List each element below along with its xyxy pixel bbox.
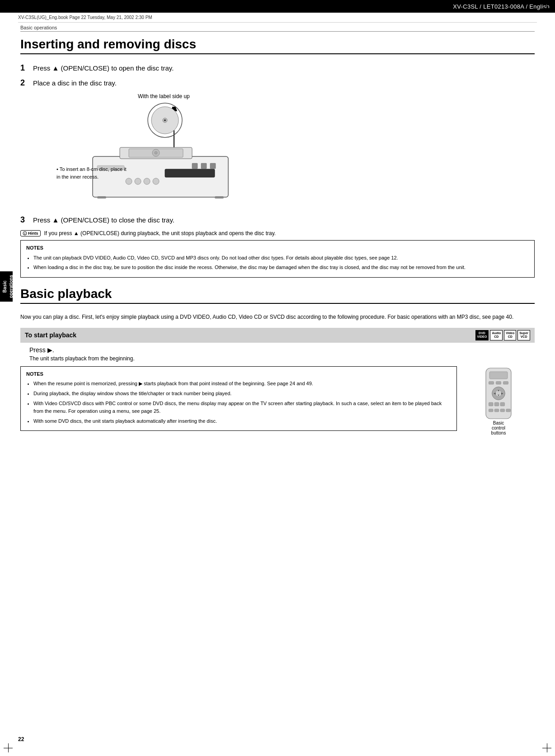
badge-video-cd: Video CD xyxy=(504,330,516,340)
notes-right: ▲ ▼ ◀ ▶ Basic control buttons xyxy=(462,366,535,439)
play-desc: The unit starts playback from the beginn… xyxy=(29,355,535,362)
step3-text: Press ▲ (OPEN/CLOSE) to close the disc t… xyxy=(33,215,174,224)
disc-label: With the label side up xyxy=(138,93,190,99)
control-label: Basic control buttons xyxy=(491,421,506,435)
section-label: Basic operations xyxy=(20,25,535,32)
to-start-label: To start playback xyxy=(25,331,76,339)
svg-rect-36 xyxy=(500,409,505,411)
notes-list-2: When the resume point is memorized, pres… xyxy=(26,380,451,425)
badge-audio: Audio CD xyxy=(490,330,503,340)
hints-text: If you press ▲ (OPEN/CLOSE) during playb… xyxy=(44,230,276,236)
svg-rect-13 xyxy=(201,163,207,169)
badge-super-vcd: Super VCD xyxy=(517,330,530,340)
notes-left: NOTES When the resume point is memorized… xyxy=(20,366,457,439)
corner-mark-tl xyxy=(4,4,13,13)
press-play-text: Press ▶. xyxy=(29,346,535,354)
svg-text:▲: ▲ xyxy=(497,389,500,392)
notes-box-1: NOTES The unit can playback DVD VIDEO, A… xyxy=(20,240,535,278)
svg-rect-31 xyxy=(489,402,493,406)
svg-rect-28 xyxy=(503,381,508,384)
step3: 3 Press ▲ (OPEN/CLOSE) to close the disc… xyxy=(20,215,535,225)
step1: 1 Press ▲ (OPEN/CLOSE) to open the disc … xyxy=(20,63,535,73)
main-content: Basic operations Inserting and removing … xyxy=(20,25,535,733)
section-inserting: Inserting and removing discs 1 Press ▲ (… xyxy=(20,37,535,278)
svg-rect-12 xyxy=(192,163,198,169)
svg-rect-26 xyxy=(489,381,494,384)
svg-text:▶: ▶ xyxy=(501,392,503,394)
svg-rect-14 xyxy=(210,163,216,169)
remote-control-icon: ▲ ▼ ◀ ▶ xyxy=(474,366,523,421)
note-item: When loading a disc in the disc tray, be… xyxy=(33,264,529,272)
inner-recess-note: To insert an 8-cm disc, place it in the … xyxy=(56,165,129,180)
section1-heading: Inserting and removing discs xyxy=(20,37,535,54)
page-number: 22 xyxy=(18,736,24,742)
note-item: The unit can playback DVD VIDEO, Audio C… xyxy=(33,254,529,262)
svg-rect-37 xyxy=(506,409,511,411)
badge-dvd: DVD VIDEO xyxy=(475,330,489,340)
note2-item: During playback, the display window show… xyxy=(33,390,451,398)
disc-badges: DVD VIDEO Audio CD Video CD Super VCD xyxy=(475,330,530,340)
disc-illustration-area: With the label side up xyxy=(47,93,535,211)
notes-title-2: NOTES xyxy=(26,370,451,378)
note2-item: With some DVD discs, the unit starts pla… xyxy=(33,417,451,425)
svg-point-18 xyxy=(153,178,159,184)
svg-point-16 xyxy=(135,178,141,184)
svg-rect-21 xyxy=(215,196,224,198)
svg-rect-35 xyxy=(494,409,499,411)
svg-rect-32 xyxy=(494,402,499,406)
step2: 2 Place a disc in the disc tray. xyxy=(20,78,535,88)
step2-number: 2 xyxy=(20,78,33,88)
step2-text: Place a disc in the disc tray. xyxy=(33,78,117,87)
notes-with-image: NOTES When the resume point is memorized… xyxy=(20,366,535,439)
svg-rect-25 xyxy=(489,372,508,379)
step1-text: Press ▲ (OPEN/CLOSE) to open the disc tr… xyxy=(33,63,174,72)
step3-number: 3 xyxy=(20,215,33,225)
svg-text:i: i xyxy=(24,232,25,235)
file-info: XV-C3SL(UG)_Eng.book Page 22 Tuesday, Ma… xyxy=(18,15,152,20)
hints-box: i Hints If you press ▲ (OPEN/CLOSE) duri… xyxy=(20,230,535,236)
corner-mark-br xyxy=(542,743,551,752)
corner-mark-bl xyxy=(4,743,13,752)
sidebar-tab: Basicoperations xyxy=(0,271,13,302)
to-start-box: To start playback DVD VIDEO Audio CD Vid… xyxy=(20,328,535,343)
svg-text:◀: ◀ xyxy=(494,392,496,394)
notes-box-2: NOTES When the resume point is memorized… xyxy=(20,366,457,431)
step1-number: 1 xyxy=(20,63,33,73)
header-title: XV-C3SL / LET0213-008A / English xyxy=(453,3,550,10)
sub-header: XV-C3SL(UG)_Eng.book Page 22 Tuesday, Ma… xyxy=(18,13,537,23)
hints-label: Hints xyxy=(28,231,38,236)
notes-title-1: NOTES xyxy=(26,244,529,252)
corner-mark-tr xyxy=(542,4,551,13)
svg-rect-27 xyxy=(496,381,501,384)
svg-rect-19 xyxy=(165,169,215,177)
note2-item: When the resume point is memorized, pres… xyxy=(33,380,451,388)
section2-intro: Now you can play a disc. First, let's en… xyxy=(20,313,535,321)
note2-item: With Video CD/SVCD discs with PBC contro… xyxy=(33,400,451,416)
section-basic-playback: Basic playback Now you can play a disc. … xyxy=(20,287,535,439)
svg-rect-34 xyxy=(489,409,493,411)
svg-rect-20 xyxy=(97,196,106,198)
sidebar-tab-label: Basicoperations xyxy=(2,275,14,298)
section2-heading: Basic playback xyxy=(20,287,535,304)
svg-text:▼: ▼ xyxy=(497,394,500,397)
svg-point-10 xyxy=(155,151,157,154)
svg-rect-33 xyxy=(500,402,505,406)
header-bar: XV-C3SL / LET0213-008A / English xyxy=(0,0,555,13)
notes-list-1: The unit can playback DVD VIDEO, Audio C… xyxy=(26,254,529,272)
hints-icon: i Hints xyxy=(20,230,41,236)
svg-point-17 xyxy=(144,178,150,184)
